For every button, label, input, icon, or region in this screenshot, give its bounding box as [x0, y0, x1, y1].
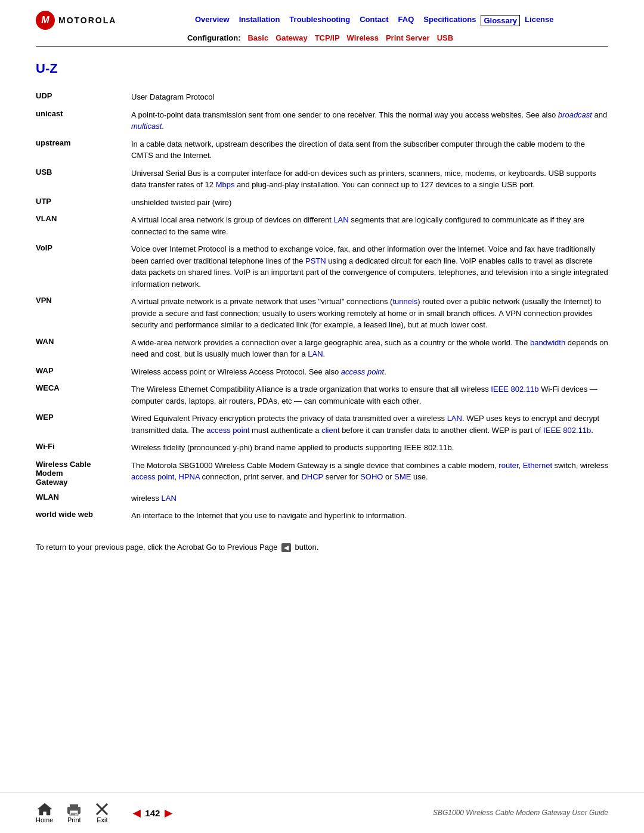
footer-note: To return to your previous page, click t… — [36, 543, 608, 552]
table-row: VoIP Voice over Internet Protocol is a m… — [36, 240, 608, 293]
def-wep: Wired Equivalent Privacy encryption prot… — [131, 410, 608, 439]
term-wap: WAP — [36, 363, 131, 381]
link-ieee80211b-wep[interactable]: IEEE 802.11b — [543, 426, 591, 435]
def-utp: unshielded twisted pair (wire) — [131, 194, 608, 212]
table-row: WAN A wide-area network provides a conne… — [36, 334, 608, 363]
nav-tcpip[interactable]: TCP/IP — [315, 33, 340, 42]
home-icon — [36, 802, 53, 816]
term-vpn: VPN — [36, 293, 131, 334]
link-tunnels[interactable]: tunnels — [392, 297, 417, 306]
def-wan: A wide-area network provides a connectio… — [131, 334, 608, 363]
term-wifi: Wi-Fi — [36, 439, 131, 457]
link-lan-wep[interactable]: LAN — [447, 414, 462, 423]
exit-label: Exit — [97, 816, 107, 823]
header-top: M MOTOROLA Overview Installation Trouble… — [36, 11, 608, 30]
logo-area: M MOTOROLA — [36, 11, 116, 30]
nav-glossary[interactable]: Glossary — [481, 15, 520, 26]
table-row: unicast A point-to-point data transmissi… — [36, 106, 608, 135]
link-access-point-wap[interactable]: access point — [341, 367, 384, 376]
table-row: WECA The Wireless Ethernet Compatibility… — [36, 380, 608, 410]
config-label: Configuration: — [187, 33, 241, 42]
svg-rect-4 — [71, 813, 77, 814]
link-pstn[interactable]: PSTN — [305, 256, 326, 265]
table-row: WAP Wireless access point or Wireless Ac… — [36, 363, 608, 381]
next-page-button[interactable]: ▶ — [165, 807, 172, 819]
link-multicast[interactable]: multicast — [131, 122, 162, 131]
link-router[interactable]: router — [499, 461, 518, 470]
table-row: Wireless CableModemGateway The Motorola … — [36, 457, 608, 490]
nav-gateway[interactable]: Gateway — [275, 33, 307, 42]
nav-installation[interactable]: Installation — [239, 15, 280, 26]
svg-rect-2 — [70, 804, 78, 808]
prev-page-button[interactable]: ◀ — [133, 807, 140, 819]
link-lan-wan[interactable]: LAN — [308, 349, 323, 358]
bottom-icons: Home Print Exit — [36, 802, 109, 823]
nav-contact[interactable]: Contact — [360, 15, 388, 26]
term-udp: UDP — [36, 88, 131, 106]
term-unicast: unicast — [36, 106, 131, 135]
motorola-m-icon: M — [41, 15, 49, 26]
home-label: Home — [36, 816, 53, 823]
def-wlan: wireless LAN — [131, 490, 608, 507]
print-button[interactable]: Print — [65, 802, 83, 823]
table-row: WEP Wired Equivalent Privacy encryption … — [36, 410, 608, 439]
link-bandwidth[interactable]: bandwidth — [530, 338, 565, 347]
footer-title: SBG1000 Wireless Cable Modem Gateway Use… — [433, 809, 608, 817]
term-wan: WAN — [36, 334, 131, 363]
home-button[interactable]: Home — [36, 802, 53, 823]
link-access-point-wep[interactable]: access point — [206, 426, 249, 435]
link-soho[interactable]: SOHO — [360, 472, 383, 481]
link-client-wep[interactable]: client — [321, 426, 339, 435]
def-voip: Voice over Internet Protocol is a method… — [131, 240, 608, 293]
nav-overview[interactable]: Overview — [195, 15, 230, 26]
term-world-wide-web: world wide web — [36, 507, 131, 525]
def-weca: The Wireless Ethernet Compatibility Alli… — [131, 380, 608, 410]
term-wireless-cable-modem-gateway: Wireless CableModemGateway — [36, 457, 131, 490]
glossary-table: UDP User Datagram Protocol unicast A poi… — [36, 88, 608, 525]
nav-basic[interactable]: Basic — [247, 33, 268, 42]
def-wireless-cable-modem-gateway: The Motorola SBG1000 Wireless Cable Mode… — [131, 457, 608, 490]
link-dhcp[interactable]: DHCP — [301, 472, 323, 481]
exit-button[interactable]: Exit — [95, 802, 109, 823]
nav-wireless[interactable]: Wireless — [347, 33, 379, 42]
table-row: upstream In a cable data network, upstre… — [36, 135, 608, 165]
table-row: USB Universal Serial Bus is a computer i… — [36, 165, 608, 194]
link-hpna[interactable]: HPNA — [179, 472, 200, 481]
svg-rect-5 — [71, 815, 75, 816]
link-mbps[interactable]: Mbps — [216, 180, 235, 189]
def-vlan: A virtual local area network is group of… — [131, 211, 608, 240]
header: M MOTOROLA Overview Installation Trouble… — [0, 0, 644, 47]
term-weca: WECA — [36, 380, 131, 410]
nav-specifications[interactable]: Specifications — [423, 15, 476, 26]
link-sme[interactable]: SME — [394, 472, 411, 481]
link-access-point-wcmg[interactable]: access point — [131, 472, 174, 481]
link-lan-vlan[interactable]: LAN — [333, 215, 348, 224]
main-content: U-Z UDP User Datagram Protocol unicast A… — [0, 47, 644, 792]
link-lan-wlan[interactable]: LAN — [162, 494, 177, 503]
page-wrapper: M MOTOROLA Overview Installation Trouble… — [0, 0, 644, 833]
link-ieee80211b-weca[interactable]: IEEE 802.11b — [491, 385, 538, 394]
nav-usb[interactable]: USB — [437, 33, 453, 42]
def-wifi: Wireless fidelity (pronounced y-phi) bra… — [131, 439, 608, 457]
term-vlan: VLAN — [36, 211, 131, 240]
link-broadcast[interactable]: broadcast — [558, 110, 592, 119]
print-icon — [65, 802, 83, 816]
def-wap: Wireless access point or Wireless Access… — [131, 363, 608, 381]
exit-icon — [95, 802, 109, 816]
table-row: world wide web An interface to the Inter… — [36, 507, 608, 525]
term-utp: UTP — [36, 194, 131, 212]
bottom-nav: Home Print Exit — [0, 792, 644, 833]
page-number: 142 — [145, 808, 160, 818]
link-ethernet[interactable]: Ethernet — [523, 461, 552, 470]
nav-troubleshooting[interactable]: Troubleshooting — [289, 15, 350, 26]
motorola-logo-text: MOTOROLA — [58, 16, 116, 25]
def-vpn: A virtual private network is a private n… — [131, 293, 608, 334]
nav-faq[interactable]: FAQ — [398, 15, 414, 26]
def-world-wide-web: An interface to the Internet that you us… — [131, 507, 608, 525]
sub-nav: Configuration: Basic Gateway TCP/IP Wire… — [36, 33, 608, 42]
def-upstream: In a cable data network, upstream descri… — [131, 135, 608, 165]
nav-license[interactable]: License — [525, 15, 553, 26]
table-row: UDP User Datagram Protocol — [36, 88, 608, 106]
motorola-logo: M MOTOROLA — [36, 11, 116, 30]
nav-print-server[interactable]: Print Server — [386, 33, 430, 42]
